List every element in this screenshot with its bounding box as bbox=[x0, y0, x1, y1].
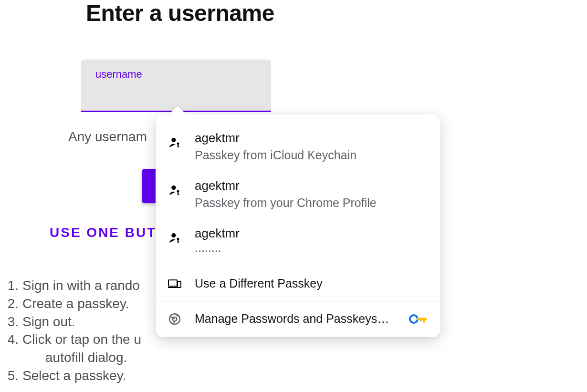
step-text: Select a passkey. bbox=[22, 367, 126, 385]
autofill-entry-username: agektmr bbox=[195, 131, 428, 145]
svg-rect-7 bbox=[178, 194, 179, 195]
autofill-entry[interactable]: agektmr Passkey from iCloud Keychain bbox=[156, 124, 440, 172]
svg-rect-23 bbox=[420, 318, 422, 321]
svg-rect-11 bbox=[178, 242, 179, 243]
svg-rect-14 bbox=[178, 281, 181, 288]
step-text: Click or tap on the u bbox=[22, 330, 141, 349]
helper-text: Any usernam bbox=[68, 129, 147, 144]
svg-rect-22 bbox=[423, 318, 425, 322]
svg-rect-3 bbox=[178, 146, 179, 147]
svg-point-20 bbox=[410, 315, 418, 323]
username-input-label: username bbox=[95, 68, 142, 81]
use-different-passkey[interactable]: Use a Different Passkey bbox=[156, 267, 440, 301]
manage-passwords-label: Manage Passwords and Passkeys… bbox=[195, 312, 409, 326]
page-title: Enter a username bbox=[86, 0, 274, 26]
devices-icon bbox=[168, 279, 181, 289]
svg-point-8 bbox=[171, 233, 176, 237]
step-text: Create a passkey. bbox=[22, 295, 129, 313]
chrome-icon bbox=[168, 313, 181, 325]
svg-point-0 bbox=[171, 138, 176, 142]
autofill-entry-username: agektmr bbox=[195, 178, 428, 193]
step-number: 3. bbox=[3, 313, 22, 331]
manage-passwords[interactable]: Manage Passwords and Passkeys… bbox=[156, 301, 440, 337]
step-number: 5. bbox=[3, 367, 22, 385]
step-text: autofill dialog. bbox=[22, 349, 127, 367]
autofill-entry[interactable]: agektmr Passkey from your Chrome Profile bbox=[156, 172, 440, 219]
use-one-button-link[interactable]: USE ONE BUTT bbox=[50, 225, 166, 240]
step-number bbox=[3, 349, 22, 367]
svg-rect-12 bbox=[168, 280, 177, 286]
autofill-entry-username: agektmr bbox=[195, 226, 428, 241]
step-number: 4. bbox=[3, 330, 22, 349]
passkey-user-icon bbox=[168, 232, 181, 244]
steps-list: 1.Sign in with a rando 2.Create a passke… bbox=[3, 277, 141, 385]
username-input[interactable]: username bbox=[81, 60, 271, 112]
autofill-popup: agektmr Passkey from iCloud Keychain age… bbox=[156, 114, 440, 337]
svg-point-4 bbox=[171, 186, 176, 190]
autofill-entry-source: Passkey from iCloud Keychain bbox=[195, 148, 428, 162]
autofill-entry-source: Passkey from your Chrome Profile bbox=[195, 196, 428, 210]
passkey-user-icon bbox=[168, 184, 181, 196]
key-icon bbox=[409, 314, 428, 324]
autofill-entry[interactable]: agektmr ········ bbox=[156, 219, 440, 267]
passkey-user-icon bbox=[168, 136, 181, 149]
step-text: Sign in with a rando bbox=[22, 277, 140, 295]
use-different-passkey-label: Use a Different Passkey bbox=[195, 277, 323, 290]
step-number: 1. bbox=[3, 277, 22, 295]
step-number: 2. bbox=[3, 295, 22, 313]
autofill-entry-password: ········ bbox=[195, 244, 428, 258]
step-text: Sign out. bbox=[22, 313, 75, 331]
